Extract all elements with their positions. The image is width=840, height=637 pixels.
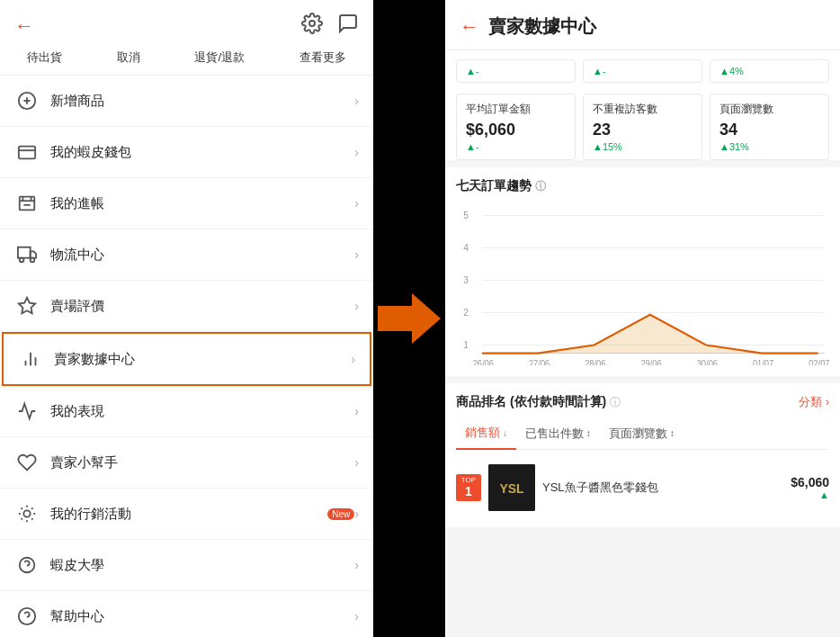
- svg-text:30/06: 30/06: [697, 359, 718, 365]
- stat-top-3: ▲4%: [719, 66, 819, 76]
- tab-more[interactable]: 查看更多: [299, 49, 346, 66]
- svg-marker-12: [31, 251, 36, 257]
- ranking-title: 商品排名 (依付款時間計算): [456, 394, 606, 410]
- arrow-icon: ›: [354, 145, 359, 159]
- menu-item-help[interactable]: 幫助中心 ›: [0, 591, 373, 637]
- menu-label: 幫助中心: [50, 608, 354, 625]
- product-price: $6,060: [791, 475, 829, 489]
- tab-sales[interactable]: 銷售額 ↓: [456, 419, 516, 450]
- arrow-container: [373, 0, 445, 637]
- svg-text:3: 3: [463, 274, 469, 284]
- chart-title: 七天訂單趨勢 ⓘ: [456, 178, 829, 194]
- stat-label: 不重複訪客數: [593, 102, 693, 117]
- ranking-action[interactable]: 分類 ›: [799, 394, 829, 410]
- assistant-icon: [14, 450, 40, 475]
- svg-text:01/07: 01/07: [753, 359, 773, 365]
- menu-label: 賣場評價: [50, 298, 354, 315]
- stat-top-2: ▲-: [593, 66, 693, 76]
- svg-point-19: [23, 510, 30, 516]
- menu-item-wallet[interactable]: 我的蝦皮錢包 ›: [0, 127, 373, 178]
- product-image: YSL: [488, 464, 535, 511]
- sort-down-icon: ↓: [503, 428, 507, 438]
- svg-rect-4: [19, 147, 35, 159]
- menu-item-add-product[interactable]: 新增商品 ›: [0, 76, 373, 127]
- sort-icon: ↕: [670, 428, 675, 438]
- tab-units[interactable]: 已售出件數 ↕: [516, 419, 600, 449]
- back-icon[interactable]: ←: [14, 14, 34, 38]
- product-price-col: $6,060 ▲: [791, 475, 829, 500]
- university-icon: [14, 552, 40, 578]
- top-badge: TOP 1: [456, 474, 481, 501]
- product-row[interactable]: TOP 1 YSL YSL魚子醬黑色零錢包 $6,060 ▲: [456, 459, 829, 516]
- tab-pending[interactable]: 待出貨: [27, 49, 62, 66]
- svg-rect-6: [20, 197, 35, 211]
- right-back-icon[interactable]: ←: [460, 15, 479, 39]
- svg-text:02/07: 02/07: [809, 359, 829, 365]
- arrow-icon: ›: [354, 299, 359, 313]
- arrow-icon: ›: [354, 507, 359, 521]
- arrow-icon: ›: [354, 558, 359, 572]
- menu-label: 賣家小幫手: [50, 454, 354, 471]
- menu-item-ratings[interactable]: 賣場評價 ›: [0, 281, 373, 332]
- stat-value: 23: [593, 121, 693, 139]
- chart-section: 七天訂單趨勢 ⓘ 5 4 3 2 1: [445, 167, 840, 376]
- ranking-info-icon[interactable]: ⓘ: [610, 395, 621, 410]
- add-product-icon: [14, 88, 40, 113]
- tab-cancel[interactable]: 取消: [117, 49, 140, 66]
- svg-text:4: 4: [463, 241, 469, 252]
- svg-point-14: [31, 258, 35, 263]
- chat-icon[interactable]: [337, 13, 359, 39]
- menu-label: 蝦皮大學: [50, 557, 354, 574]
- arrow-icon: ›: [354, 609, 359, 624]
- stat-label: 頁面瀏覽數: [719, 102, 819, 117]
- product-name: YSL魚子醬黑色零錢包: [542, 480, 783, 496]
- wallet-icon: [14, 139, 40, 165]
- svg-text:2: 2: [463, 306, 469, 317]
- menu-item-data-center[interactable]: 賣家數據中心 ›: [2, 332, 371, 386]
- svg-text:5: 5: [463, 209, 469, 220]
- header-icons: [301, 13, 359, 39]
- arrow-icon: ›: [354, 247, 359, 262]
- menu-item-university[interactable]: 蝦皮大學 ›: [0, 540, 373, 591]
- svg-text:27/06: 27/06: [529, 359, 550, 365]
- left-panel: ← 待出貨 取消 退貨/退款 查看更多: [0, 0, 373, 637]
- settings-icon[interactable]: [301, 13, 323, 39]
- stat-value: 34: [719, 121, 819, 139]
- svg-text:26/06: 26/06: [473, 359, 494, 365]
- stats-row: 平均訂單金額 $6,060 ▲- 不重複訪客數 23 ▲15% 頁面瀏覽數 34…: [445, 83, 840, 160]
- income-icon: [14, 191, 40, 216]
- tab-pageviews[interactable]: 頁面瀏覽數 ↕: [600, 419, 684, 449]
- chart-svg: 5 4 3 2 1 26/06 27/06: [456, 203, 829, 365]
- help-icon: [14, 604, 40, 629]
- new-badge: New: [327, 508, 354, 520]
- stat-card-visitors: 不重複訪客數 23 ▲15%: [583, 94, 702, 160]
- svg-marker-15: [19, 298, 35, 313]
- svg-text:1: 1: [463, 338, 469, 349]
- right-panel: ← 賣家數據中心 ▲- ▲- ▲4% 平均訂單金額 $6,060 ▲- 不重複訪…: [445, 0, 840, 637]
- arrow-icon: ›: [354, 94, 359, 108]
- menu-label: 我的蝦皮錢包: [50, 144, 354, 161]
- performance-icon: [14, 399, 40, 424]
- menu-item-income[interactable]: 我的進帳 ›: [0, 178, 373, 229]
- ranking-tabs: 銷售額 ↓ 已售出件數 ↕ 頁面瀏覽數 ↕: [456, 419, 829, 450]
- menu-item-assistant[interactable]: 賣家小幫手 ›: [0, 437, 373, 489]
- product-change: ▲: [791, 489, 829, 500]
- arrow-icon: ›: [354, 455, 359, 470]
- menu-label: 我的行銷活動: [50, 506, 322, 523]
- stat-change: ▲31%: [719, 141, 819, 152]
- star-icon: [14, 293, 40, 318]
- info-icon[interactable]: ⓘ: [535, 179, 546, 194]
- menu-item-marketing[interactable]: 我的行銷活動 New ›: [0, 489, 373, 540]
- chart-area: 5 4 3 2 1 26/06 27/06: [456, 203, 829, 365]
- menu-list: 新增商品 › 我的蝦皮錢包 ›: [0, 76, 373, 637]
- tab-return[interactable]: 退貨/退款: [194, 49, 245, 66]
- arrow-icon: ›: [354, 404, 359, 418]
- menu-item-performance[interactable]: 我的表現 ›: [0, 386, 373, 437]
- product-info: YSL魚子醬黑色零錢包: [542, 480, 783, 496]
- left-header: ←: [0, 0, 373, 44]
- svg-text:29/06: 29/06: [640, 359, 661, 365]
- sort-icon: ↕: [586, 428, 591, 438]
- stat-value: $6,060: [466, 121, 566, 139]
- menu-item-logistics[interactable]: 物流中心 ›: [0, 229, 373, 281]
- menu-label: 物流中心: [50, 247, 354, 264]
